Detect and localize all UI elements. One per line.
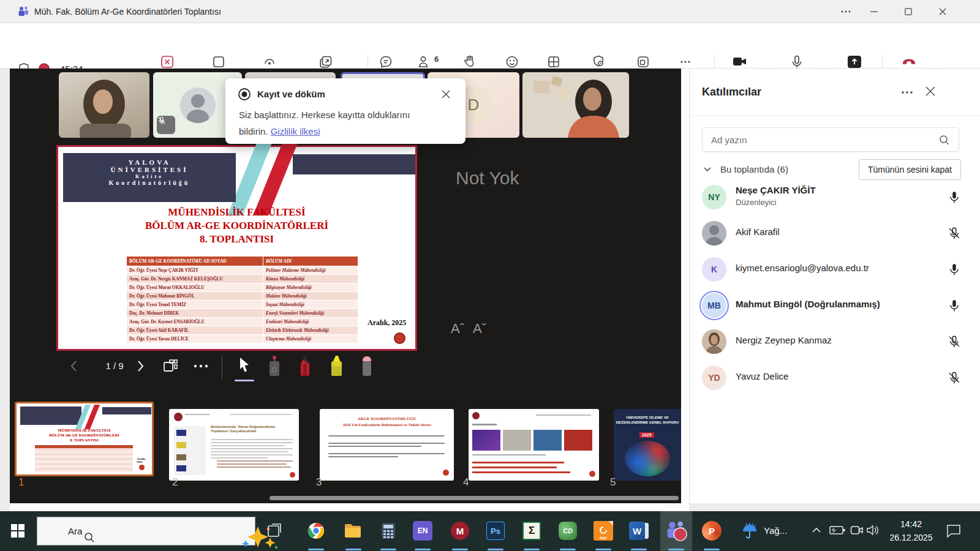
titlebar-more-button[interactable] — [832, 0, 860, 23]
cursor-tool-selected[interactable] — [238, 356, 251, 373]
minimize-button[interactable] — [860, 0, 888, 23]
taskbar-search[interactable]: Ara — [37, 517, 255, 545]
view-grid-icon — [546, 54, 562, 70]
filmstrip-scrollbar[interactable] — [270, 496, 679, 500]
highlighter-tool[interactable] — [328, 355, 344, 376]
photoshop-app-icon[interactable]: Ps — [484, 519, 507, 542]
teams-app-icon — [17, 6, 29, 18]
slide-thumbnail-1-selected[interactable]: MÜHENDİSLİK FAKÜLTESİBÖLÜM AR-GE KOORDİN… — [15, 402, 154, 476]
more-slide-options-button[interactable] — [192, 364, 209, 369]
weather-label[interactable]: Yağ... — [764, 525, 787, 536]
slide-thumbnail-2[interactable]: Bölümümüzde 'Akran Değerlendirme Toplant… — [169, 409, 299, 481]
chrome-app-icon[interactable] — [304, 519, 328, 542]
participant-row[interactable]: Akif Karafil — [690, 216, 980, 252]
left-edge — [0, 69, 10, 511]
video-tile-6[interactable] — [522, 72, 629, 138]
mic-off-icon[interactable] — [948, 226, 961, 241]
translator-app-icon[interactable]: EN — [413, 521, 432, 541]
chemdraw-app-icon[interactable]: CD — [556, 519, 579, 542]
task-view-button[interactable] — [263, 519, 287, 542]
slide-thumbnail-5[interactable]: ÜNİVERSİTE İZLEME VE DEĞERLENDİRME GENEL… — [614, 409, 681, 481]
meet-now-icon[interactable] — [850, 525, 864, 536]
section-chevron-icon[interactable] — [703, 167, 712, 172]
participant-row[interactable]: K kiymet.ensarioglu@yalova.edu.tr — [690, 252, 980, 288]
no-notes-label: Not Yok — [456, 168, 519, 189]
participant-row[interactable]: NY Neşe ÇAKIR YİĞİT Düzenleyici — [690, 179, 980, 216]
bottom-gap — [10, 503, 681, 511]
tile-muted-badge — [157, 116, 175, 134]
raise-hand-icon — [462, 54, 478, 70]
start-button[interactable] — [6, 519, 29, 542]
mendeley-icon: M — [451, 522, 469, 540]
sigmaplot-app-icon[interactable]: Σ — [520, 519, 543, 542]
hangup-icon — [900, 54, 918, 70]
chat-icon — [378, 54, 394, 70]
taskbar-search-placeholder: Ara — [68, 526, 82, 536]
foxit-pdf-app-icon[interactable]: PDF — [592, 519, 615, 542]
meeting-toolbar: 45:34 Paylaşımı du... Düzen Özel görünüm — [0, 23, 980, 69]
participant-video — [59, 72, 149, 138]
calculator-app-icon[interactable] — [377, 519, 400, 542]
participant-row[interactable]: YD Yavuz Delice — [690, 360, 980, 396]
chrome-icon — [307, 522, 325, 539]
eraser-tool[interactable] — [360, 355, 374, 376]
mic-on-icon[interactable] — [948, 190, 961, 204]
notification-close-button[interactable] — [441, 89, 451, 99]
thumbnail-title: Bölümümüzde 'Akran Değerlendirme Toplant… — [211, 425, 292, 433]
mic-off-icon[interactable] — [948, 370, 961, 385]
pen-tool[interactable] — [298, 355, 312, 376]
speaker-icon[interactable] — [866, 525, 880, 536]
font-increase-button[interactable]: Aˆ — [451, 321, 464, 337]
avatar-photo — [702, 221, 726, 246]
participant-row-speaking[interactable]: MB Mahmut Bingöl (Doğrulanmamış) — [690, 288, 980, 324]
layout-icon — [211, 54, 227, 70]
notification-center-icon[interactable] — [946, 523, 962, 538]
react-smiley-icon — [504, 54, 520, 70]
participant-row[interactable]: Nergiz Zeynep Kanmaz — [690, 324, 980, 360]
avatar — [180, 88, 216, 123]
mendeley-app-icon[interactable]: M — [448, 519, 472, 542]
thumbnail-number: 5 — [610, 476, 616, 489]
slide-title: MÜHENDİSLİK FAKÜLTESİ BÖLÜM AR-GE KOORDİ… — [58, 206, 415, 246]
thumbnail-title: ARGE KOORDİNATÖRLÜĞÜ — [320, 416, 454, 421]
thumbnail-year: 2025 — [639, 432, 654, 438]
laser-pointer-tool[interactable] — [267, 355, 282, 376]
teams-meeting-window: Müh. Fak. Bölüm Ar-Ge Koordinatörleri To… — [0, 0, 980, 551]
battery-icon[interactable] — [828, 525, 845, 535]
powerpoint-app-icon[interactable]: P — [700, 519, 723, 542]
next-slide-button[interactable] — [136, 359, 146, 373]
tray-chevron-up-icon[interactable] — [812, 527, 821, 533]
close-button[interactable] — [929, 0, 957, 23]
panel-close-button[interactable] — [925, 86, 936, 97]
grid-view-button[interactable] — [162, 358, 179, 375]
teams-app-icon-active[interactable] — [665, 519, 688, 542]
font-decrease-button[interactable]: Aˇ — [473, 321, 486, 337]
word-app-icon[interactable]: W — [627, 519, 650, 542]
video-tile-1[interactable] — [59, 72, 149, 138]
calculator-icon — [381, 522, 396, 539]
thumbnail-title: ÜNİVERSİTE İZLEME VE DEĞERLENDİRME GENEL… — [614, 415, 681, 425]
photoshop-icon: Ps — [486, 522, 505, 540]
participant-search-input[interactable] — [711, 128, 932, 151]
mic-on-icon[interactable] — [948, 262, 961, 277]
stage-panel-gap — [681, 69, 689, 511]
mic-off-icon[interactable] — [948, 334, 961, 349]
mic-on-icon[interactable] — [948, 298, 961, 313]
avatar-photo — [702, 329, 726, 354]
notification-body: Siz başlattınız. Herkese kayıtta oldukla… — [239, 107, 441, 140]
maximize-button[interactable] — [894, 0, 922, 23]
taskbar: Ara — [0, 511, 980, 551]
mute-all-button[interactable]: Tümünün sesini kapat — [859, 159, 961, 180]
stop-share-icon — [159, 54, 175, 70]
clock[interactable]: 14:42 26.12.2025 — [882, 517, 940, 544]
previous-slide-button[interactable] — [69, 359, 78, 373]
avatar-speaking: MB — [702, 293, 726, 318]
slide-thumbnail-3[interactable]: ARGE KOORDİNATÖRLÜĞÜ 2026 Yılı Faaliyetl… — [320, 409, 454, 481]
weather-tray-icon[interactable] — [738, 519, 761, 542]
file-explorer-app-icon[interactable] — [341, 519, 364, 542]
privacy-policy-link[interactable]: Gizlilik ilkesi — [271, 126, 320, 137]
panel-more-button[interactable] — [901, 91, 913, 94]
slide-thumbnail-4[interactable] — [469, 409, 599, 481]
participant-search[interactable] — [702, 127, 959, 152]
search-icon — [84, 532, 95, 543]
